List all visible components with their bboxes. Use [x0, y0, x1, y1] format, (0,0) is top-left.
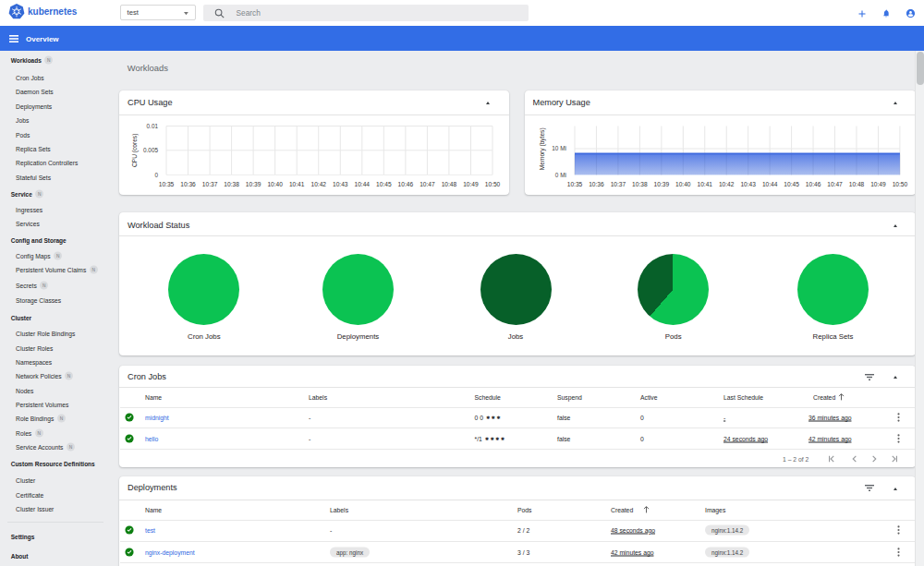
svg-text:10:36: 10:36 — [589, 181, 604, 187]
svg-text:10:45: 10:45 — [784, 181, 799, 187]
svg-text:10:41: 10:41 — [289, 181, 305, 187]
svg-text:CPU (cores): CPU (cores) — [131, 134, 139, 167]
svg-text:10:48: 10:48 — [848, 181, 864, 187]
svg-text:10:46: 10:46 — [398, 181, 414, 187]
svg-text:10:38: 10:38 — [224, 181, 239, 187]
svg-text:10:42: 10:42 — [718, 181, 734, 187]
svg-text:10:43: 10:43 — [740, 181, 756, 187]
svg-text:10:37: 10:37 — [610, 181, 626, 187]
svg-text:0 Mi: 0 Mi — [554, 172, 565, 178]
svg-text:10:39: 10:39 — [246, 181, 261, 187]
svg-text:10:39: 10:39 — [653, 181, 669, 187]
svg-text:10:42: 10:42 — [310, 181, 326, 187]
svg-text:10:46: 10:46 — [805, 181, 821, 187]
svg-text:10:47: 10:47 — [419, 181, 435, 187]
svg-text:10:50: 10:50 — [485, 181, 501, 187]
svg-text:0.01: 0.01 — [147, 123, 159, 129]
svg-text:10:37: 10:37 — [202, 181, 218, 187]
svg-text:10:44: 10:44 — [355, 181, 371, 187]
svg-text:10:49: 10:49 — [463, 181, 479, 187]
svg-text:10:47: 10:47 — [827, 181, 843, 187]
svg-text:10:41: 10:41 — [697, 181, 712, 187]
svg-text:0.005: 0.005 — [143, 147, 158, 153]
svg-text:10 Mi: 10 Mi — [552, 145, 566, 151]
svg-text:10:44: 10:44 — [761, 181, 777, 187]
svg-text:10:36: 10:36 — [180, 181, 196, 187]
svg-text:10:45: 10:45 — [376, 181, 392, 187]
svg-text:10:35: 10:35 — [159, 181, 175, 187]
svg-text:10:48: 10:48 — [442, 181, 457, 187]
svg-text:10:43: 10:43 — [333, 181, 348, 187]
svg-text:0: 0 — [154, 172, 158, 178]
svg-text:10:49: 10:49 — [870, 181, 886, 187]
svg-text:10:40: 10:40 — [675, 181, 691, 187]
svg-text:Memory (bytes): Memory (bytes) — [539, 127, 546, 170]
svg-text:10:35: 10:35 — [566, 181, 582, 187]
svg-text:10:38: 10:38 — [632, 181, 648, 187]
svg-text:10:40: 10:40 — [267, 181, 283, 187]
svg-text:10:50: 10:50 — [892, 181, 907, 187]
